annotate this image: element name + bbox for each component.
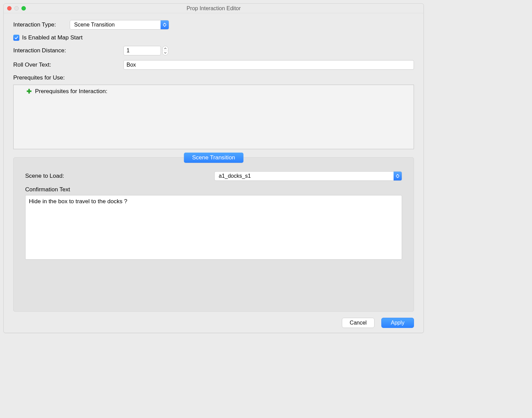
interaction-type-select[interactable]: Scene Transition: [70, 20, 169, 30]
confirmation-text-input[interactable]: [25, 195, 402, 260]
window-controls: [7, 6, 26, 11]
scene-to-load-select[interactable]: a1_docks_s1: [214, 171, 402, 181]
footer: Cancel Apply: [13, 318, 414, 328]
close-icon[interactable]: [7, 6, 12, 11]
interaction-type-value: Scene Transition: [74, 22, 115, 28]
section-header-badge: Scene Transition: [184, 153, 244, 163]
scene-transition-panel: Scene Transition Scene to Load: a1_docks…: [13, 157, 414, 312]
confirmation-text-label: Confirmation Text: [25, 186, 214, 193]
chevron-down-icon[interactable]: [163, 51, 168, 55]
prerequisites-panel: ✚ Prerequisites for Interaction:: [13, 85, 414, 149]
editor-window: Prop Interaction Editor Interaction Type…: [3, 3, 424, 333]
enabled-checkbox[interactable]: [13, 35, 19, 41]
chevron-updown-icon: [394, 172, 402, 180]
rollover-text-input[interactable]: [123, 60, 414, 70]
cancel-button-label: Cancel: [350, 320, 367, 326]
cancel-button[interactable]: Cancel: [342, 318, 375, 328]
section-header-label: Scene Transition: [192, 154, 235, 161]
minimize-icon[interactable]: [14, 6, 19, 11]
zoom-icon[interactable]: [21, 6, 26, 11]
chevron-up-icon[interactable]: [163, 46, 168, 51]
scene-to-load-value: a1_docks_s1: [219, 173, 251, 179]
apply-button[interactable]: Apply: [381, 318, 414, 328]
rollover-text-label: Roll Over Text:: [13, 62, 123, 68]
prerequisites-label: Prerequites for Use:: [13, 74, 65, 81]
interaction-distance-field: [123, 46, 168, 55]
plus-icon[interactable]: ✚: [27, 88, 32, 95]
interaction-distance-input[interactable]: [123, 46, 161, 55]
interaction-distance-label: Interaction Distance:: [13, 47, 123, 54]
chevron-updown-icon: [161, 20, 169, 29]
interaction-type-label: Interaction Type:: [13, 21, 70, 28]
window-title: Prop Interaction Editor: [4, 5, 423, 12]
distance-stepper[interactable]: [162, 46, 168, 55]
apply-button-label: Apply: [391, 320, 404, 326]
scene-to-load-label: Scene to Load:: [25, 173, 214, 179]
prerequisites-header: Prerequisites for Interaction:: [35, 88, 107, 95]
content-area: Interaction Type: Scene Transition Is En…: [4, 13, 423, 333]
enabled-checkbox-label: Is Enabled at Map Start: [22, 34, 83, 41]
titlebar: Prop Interaction Editor: [4, 4, 423, 13]
